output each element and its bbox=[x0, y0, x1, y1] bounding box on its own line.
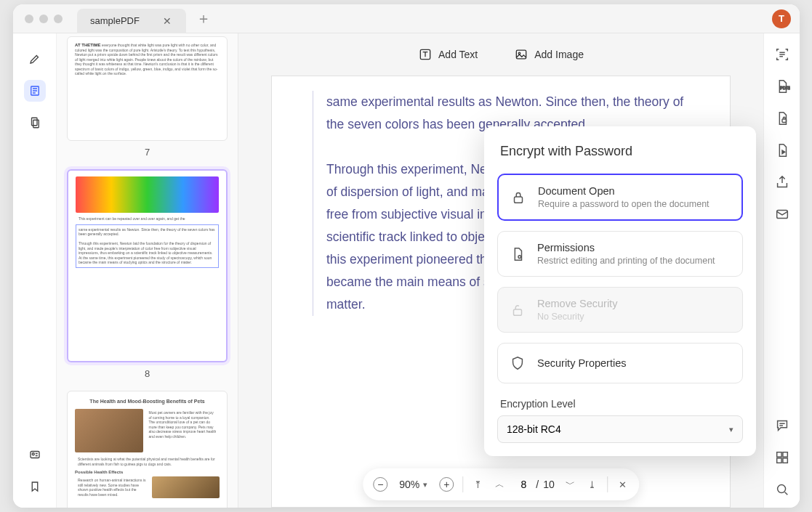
image-icon bbox=[514, 47, 528, 62]
pages-tool[interactable] bbox=[24, 112, 46, 134]
thumb-heading: AT THETIME bbox=[75, 43, 101, 47]
option-desc: No Security bbox=[537, 312, 732, 322]
option-title: Permissions bbox=[537, 242, 732, 253]
right-tool-rail: PDF/A bbox=[763, 33, 800, 508]
annotations-tool[interactable] bbox=[24, 80, 46, 102]
shield-icon bbox=[508, 354, 527, 373]
option-title: Remove Security bbox=[537, 298, 732, 309]
option-title: Document Open bbox=[538, 185, 731, 197]
bookmark-tool[interactable] bbox=[24, 476, 46, 497]
svg-point-17 bbox=[518, 255, 521, 258]
cat-image bbox=[75, 409, 143, 452]
comments-icon[interactable] bbox=[774, 418, 790, 434]
thumb-heading: The Health and Mood-Boosting Benefits of… bbox=[75, 397, 220, 406]
mail-icon[interactable] bbox=[774, 206, 790, 222]
grid-view-icon[interactable] bbox=[774, 450, 790, 466]
svg-rect-16 bbox=[515, 197, 523, 203]
zoom-dropdown[interactable]: 90% ▾ bbox=[396, 479, 430, 490]
search-icon[interactable] bbox=[774, 481, 790, 497]
page-separator: / bbox=[536, 479, 539, 490]
encryption-level-select[interactable]: 128-bit RC4 ▾ bbox=[497, 415, 743, 443]
thumbnail-page-9[interactable]: The Health and Mood-Boosting Benefits of… bbox=[67, 391, 228, 508]
highlighter-tool[interactable] bbox=[24, 48, 46, 70]
minimize-window-button[interactable] bbox=[39, 15, 48, 23]
window-controls bbox=[13, 15, 63, 23]
remove-security-option: Remove Security No Security bbox=[497, 287, 743, 333]
avatar-initial: T bbox=[779, 13, 784, 24]
svg-point-15 bbox=[777, 485, 785, 493]
document-toolbar: Add Text Add Image bbox=[238, 33, 763, 76]
thumbnail-page-8[interactable]: This experiment can be repeated over and… bbox=[67, 169, 228, 362]
permissions-icon bbox=[508, 245, 527, 264]
svg-text:PDF/A: PDF/A bbox=[780, 86, 790, 90]
prev-page-button[interactable]: ︿ bbox=[493, 478, 507, 491]
svg-rect-10 bbox=[776, 211, 787, 219]
first-page-button[interactable]: ⤒ bbox=[472, 479, 484, 490]
add-text-label: Add Text bbox=[438, 49, 478, 60]
maximize-window-button[interactable] bbox=[54, 15, 63, 23]
thumb-subheading: Possible Health Effects bbox=[75, 470, 220, 474]
text-icon bbox=[418, 47, 433, 62]
zoom-out-button[interactable]: − bbox=[373, 477, 387, 492]
ocr-icon[interactable] bbox=[774, 46, 790, 62]
zoom-in-button[interactable]: + bbox=[439, 477, 454, 492]
chevron-down-icon: ▾ bbox=[729, 425, 733, 434]
add-image-label: Add Image bbox=[534, 49, 584, 60]
prism-image bbox=[76, 176, 219, 213]
option-desc: Require a password to open the document bbox=[538, 199, 731, 209]
add-image-button[interactable]: Add Image bbox=[507, 43, 591, 66]
svg-rect-9 bbox=[782, 119, 787, 123]
option-desc: Restrict editing and printing of the doc… bbox=[537, 256, 732, 266]
svg-rect-18 bbox=[514, 309, 522, 315]
document-tab[interactable]: samplePDF ✕ bbox=[77, 9, 186, 33]
new-tab-button[interactable]: ＋ bbox=[196, 9, 211, 28]
left-tool-rail bbox=[13, 33, 57, 508]
close-window-button[interactable] bbox=[25, 15, 33, 23]
document-open-option[interactable]: Document Open Require a password to open… bbox=[497, 174, 743, 221]
add-text-button[interactable]: Add Text bbox=[411, 43, 485, 66]
dog-image bbox=[152, 476, 220, 498]
lock-icon bbox=[509, 188, 528, 207]
secure-document-icon[interactable] bbox=[774, 110, 790, 126]
next-page-button[interactable]: ﹀ bbox=[563, 478, 577, 491]
svg-rect-12 bbox=[782, 452, 787, 457]
security-properties-option[interactable]: Security Properties bbox=[497, 343, 743, 383]
share-icon[interactable] bbox=[774, 174, 790, 190]
last-page-button[interactable]: ⤓ bbox=[586, 479, 598, 490]
view-controls-bar: − 90% ▾ + ⤒ ︿ / 10 ﹀ ⤓ ✕ bbox=[363, 468, 639, 500]
thumbnail-panel[interactable]: AT THETIME everyone thought that white l… bbox=[57, 33, 238, 508]
app-window: samplePDF ✕ ＋ T bbox=[13, 4, 800, 508]
encrypt-password-panel: Encrypt with Password Document Open Requ… bbox=[484, 126, 756, 456]
chevron-down-icon: ▾ bbox=[423, 480, 427, 489]
unlock-icon bbox=[508, 301, 527, 320]
contact-card-tool[interactable] bbox=[24, 444, 46, 466]
svg-rect-2 bbox=[33, 120, 39, 128]
page-indicator: / 10 bbox=[515, 479, 554, 490]
slideshow-icon[interactable] bbox=[774, 142, 790, 158]
option-title: Security Properties bbox=[537, 357, 732, 369]
zoom-value: 90% bbox=[399, 479, 419, 490]
svg-rect-1 bbox=[31, 118, 37, 126]
encryption-level-value: 128-bit RC4 bbox=[507, 423, 561, 435]
permissions-option[interactable]: Permissions Restrict editing and printin… bbox=[497, 231, 743, 277]
pdf-convert-icon[interactable]: PDF/A bbox=[774, 78, 790, 94]
svg-rect-6 bbox=[517, 50, 526, 59]
encryption-level-label: Encryption Level bbox=[500, 398, 743, 410]
page-number-8: 8 bbox=[67, 368, 228, 379]
encrypt-panel-title: Encrypt with Password bbox=[497, 144, 743, 159]
svg-point-4 bbox=[32, 453, 34, 455]
close-bar-button[interactable]: ✕ bbox=[616, 479, 629, 490]
svg-rect-14 bbox=[782, 458, 787, 463]
tab-title: samplePDF bbox=[90, 15, 140, 26]
svg-rect-13 bbox=[776, 458, 781, 463]
close-tab-button[interactable]: ✕ bbox=[161, 15, 173, 27]
title-bar: samplePDF ✕ ＋ T bbox=[13, 4, 800, 33]
current-page-input[interactable] bbox=[515, 479, 531, 490]
svg-rect-11 bbox=[776, 452, 781, 457]
page-number-7: 7 bbox=[67, 147, 228, 158]
total-pages: 10 bbox=[543, 479, 555, 490]
user-avatar[interactable]: T bbox=[772, 9, 791, 28]
thumbnail-page-7[interactable]: AT THETIME everyone thought that white l… bbox=[67, 36, 228, 141]
